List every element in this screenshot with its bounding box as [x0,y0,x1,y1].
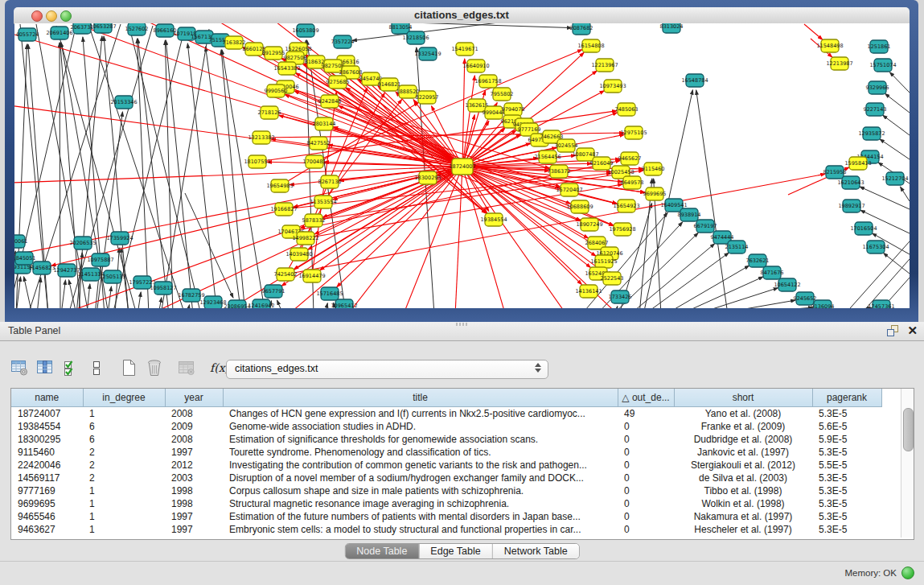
cell-short[interactable]: Franke et al. (2009) [674,420,812,433]
cell-name[interactable]: 18724007 [11,407,83,421]
cell-name[interactable]: 9465546 [11,510,83,523]
table-row[interactable]: 1938455462009Genome-wide association stu… [11,420,881,433]
cell-out_degree[interactable]: 0 [618,523,674,536]
table-scrollbar[interactable] [901,389,914,538]
column-header-pagerank[interactable]: pagerank [812,389,881,407]
table-settings-icon[interactable] [8,357,31,380]
table-row[interactable]: 969969511998Structural magnetic resonanc… [11,497,881,510]
table-scrollbar-thumb[interactable] [903,408,914,451]
cell-out_degree[interactable]: 0 [618,497,674,510]
cell-pagerank[interactable]: 5.9E-5 [812,433,881,446]
cell-title[interactable]: Investigating the contribution of common… [223,459,618,472]
table-row[interactable]: 1456911722003Disruption of a novel membe… [11,472,881,484]
cell-pagerank[interactable]: 5.3E-5 [812,472,881,484]
column-header-short[interactable]: short [674,389,812,407]
cell-in_degree[interactable]: 1 [83,497,165,510]
column-visibility-icon[interactable] [34,357,56,380]
cell-title[interactable]: Estimation of significance thresholds fo… [223,433,618,446]
cell-name[interactable]: 18300295 [11,433,83,446]
column-header-name[interactable]: name [11,389,83,407]
table-row[interactable]: 1872400712008Changes of HCN gene express… [11,407,881,421]
cell-out_degree[interactable]: 0 [618,484,674,497]
cell-name[interactable]: 14569117 [11,472,83,484]
close-panel-icon[interactable]: ✕ [907,323,918,338]
cell-year[interactable]: 2009 [165,420,223,433]
cell-in_degree[interactable]: 2 [83,446,165,459]
cell-in_degree[interactable]: 6 [83,433,165,446]
cell-in_degree[interactable]: 1 [83,510,165,523]
cell-short[interactable]: Dudbridge et al. (2008) [674,433,812,446]
cell-year[interactable]: 2008 [165,407,223,421]
cell-year[interactable]: 2008 [165,433,223,446]
column-header-title[interactable]: title [223,389,618,407]
cell-pagerank[interactable]: 5.5E-5 [812,459,881,472]
cell-in_degree[interactable]: 2 [83,459,165,472]
cell-out_degree[interactable]: 0 [618,510,674,523]
table-row[interactable]: 2242004622012Investigating the contribut… [11,459,881,472]
cell-year[interactable]: 2012 [165,459,223,472]
splitter-handle[interactable] [456,323,469,326]
table-mode-icon[interactable] [85,357,108,380]
cell-out_degree[interactable]: 0 [618,433,674,446]
table-row[interactable]: 946362711997Embryonic stem cells: a mode… [11,523,881,536]
cell-short[interactable]: Nakamura et al. (1997) [674,510,812,523]
table-row[interactable]: 977716911998Corpus callosum shape and si… [11,484,881,497]
select-rows-icon[interactable] [60,357,82,380]
column-header-year[interactable]: year [165,389,223,407]
cell-short[interactable]: Tibbo et al. (1998) [674,484,812,497]
new-column-icon[interactable] [117,357,140,380]
cell-name[interactable]: 22420046 [11,459,83,472]
cell-out_degree[interactable]: 0 [618,459,674,472]
cell-short[interactable]: Stergiakouli et al. (2012) [674,459,812,472]
cell-year[interactable]: 1997 [165,510,223,523]
cell-pagerank[interactable]: 5.3E-5 [812,446,881,459]
cell-year[interactable]: 2003 [165,472,223,484]
network-graph[interactable]: 4055724206914062063731106532871527602896… [14,23,910,308]
cell-out_degree[interactable]: 0 [618,420,674,433]
cell-pagerank[interactable]: 5.3E-5 [812,407,881,421]
tab-network-table[interactable]: Network Table [493,544,579,558]
network-window-titlebar[interactable]: citations_edges.txt [14,7,910,24]
cell-short[interactable]: de Silva et al. (2003) [674,472,812,484]
cell-short[interactable]: Hescheler et al. (1997) [674,523,812,536]
cell-year[interactable]: 1998 [165,484,223,497]
delete-column-icon[interactable] [143,357,166,380]
cell-name[interactable]: 9777169 [11,484,83,497]
column-header-out_degree[interactable]: △ out_de... [618,389,674,407]
tab-node-table[interactable]: Node Table [345,544,419,558]
table-row[interactable]: 911546021997Tourette syndrome. Phenomeno… [11,446,881,459]
cell-name[interactable]: 9699695 [11,497,83,510]
table-row[interactable]: 1830029562008Estimation of significance … [11,433,881,446]
cell-title[interactable]: Structural magnetic resonance image aver… [223,497,618,510]
cell-in_degree[interactable]: 6 [83,420,165,433]
cell-pagerank[interactable]: 5.3E-5 [812,497,881,510]
cell-pagerank[interactable]: 5.3E-5 [812,510,881,523]
table-row[interactable]: 946554611997Estimation of the future num… [11,510,881,523]
cell-title[interactable]: Disruption of a novel member of a sodium… [223,472,618,484]
cell-year[interactable]: 1997 [165,523,223,536]
cell-out_degree[interactable]: 0 [618,472,674,484]
column-header-in_degree[interactable]: in_degree [83,389,165,407]
network-canvas[interactable]: 4055724206914062063731106532871527602896… [14,23,910,308]
cell-in_degree[interactable]: 1 [83,484,165,497]
cell-title[interactable]: Estimation of the future numbers of pati… [223,510,618,523]
cell-title[interactable]: Corpus callosum shape and size in male p… [223,484,618,497]
cell-pagerank[interactable]: 5.3E-5 [812,523,881,536]
cell-name[interactable]: 9463627 [11,523,83,536]
cell-title[interactable]: Changes of HCN gene expression and I(f) … [223,407,618,421]
cell-out_degree[interactable]: 49 [618,407,674,421]
cell-title[interactable]: Tourette syndrome. Phenomenology and cla… [223,446,618,459]
cell-short[interactable]: Jankovic et al. (1997) [674,446,812,459]
cell-short[interactable]: Wolkin et al. (1998) [674,497,812,510]
cell-short[interactable]: Yano et al. (2008) [674,407,812,421]
cell-name[interactable]: 9115460 [11,446,83,459]
cell-year[interactable]: 1997 [165,446,223,459]
cell-year[interactable]: 1998 [165,497,223,510]
cell-in_degree[interactable]: 1 [83,523,165,536]
float-panel-icon[interactable] [886,324,899,337]
tab-edge-table[interactable]: Edge Table [419,544,492,558]
cell-pagerank[interactable]: 5.6E-5 [812,420,881,433]
table-selector-dropdown[interactable]: citations_edges.txt [226,360,548,379]
cell-in_degree[interactable]: 2 [83,472,165,484]
cell-in_degree[interactable]: 1 [83,407,165,421]
